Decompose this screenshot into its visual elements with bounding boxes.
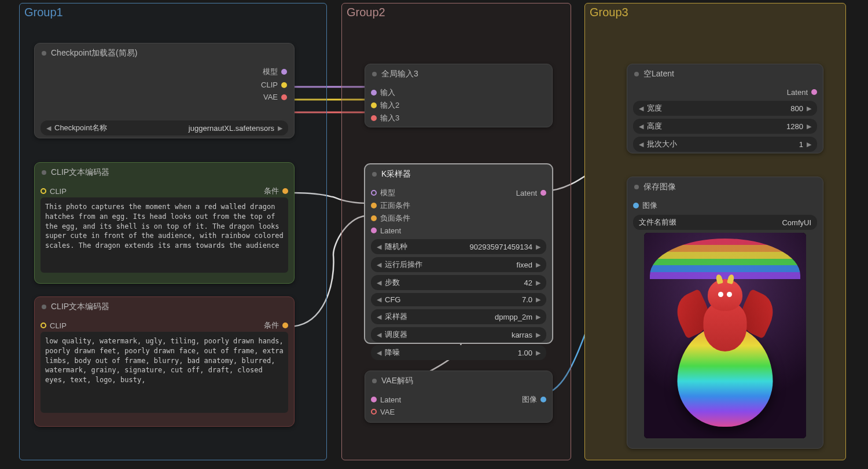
chevron-right-icon[interactable]: ▶ bbox=[278, 124, 282, 132]
widget-cfg[interactable]: ◀CFG7.0▶ bbox=[371, 293, 546, 306]
node-empty-latent[interactable]: 空Latent Latent ◀宽度800▶ ◀高度1280▶ ◀批次大小1▶ bbox=[627, 64, 823, 153]
widget-scheduler[interactable]: ◀调度器karras▶ bbox=[371, 327, 546, 342]
widget-control-after[interactable]: ◀运行后操作fixed▶ bbox=[371, 257, 546, 272]
group-2-title: Group2 bbox=[347, 6, 385, 19]
node-ksampler[interactable]: K采样器 模型 Latent 正面条件 负面条件 Latent ◀随机种9029… bbox=[365, 164, 553, 343]
port-latent-in[interactable] bbox=[371, 228, 377, 233]
port-latent-out[interactable] bbox=[540, 190, 546, 196]
group-1-title: Group1 bbox=[24, 6, 63, 19]
port-vae-in[interactable] bbox=[371, 409, 377, 415]
port-in-2[interactable] bbox=[371, 102, 377, 108]
output-vae-label: VAE bbox=[263, 93, 278, 101]
group-3-title: Group3 bbox=[590, 6, 628, 19]
node-clip-encode-negative[interactable]: CLIP文本编码器 CLIP 条件 low quality, watermark… bbox=[34, 296, 295, 427]
collapse-icon[interactable] bbox=[634, 185, 639, 189]
port-clip[interactable] bbox=[281, 82, 287, 88]
collapse-icon[interactable] bbox=[372, 172, 377, 177]
port-cond-out[interactable] bbox=[282, 188, 288, 194]
port-model[interactable] bbox=[281, 69, 287, 75]
port-latent-out[interactable] bbox=[811, 89, 817, 95]
port-in-3[interactable] bbox=[371, 115, 377, 121]
node-title: Checkpoint加载器(简易) bbox=[51, 48, 137, 58]
port-latent-in[interactable] bbox=[371, 397, 377, 402]
node-title: 空Latent bbox=[643, 69, 674, 79]
widget-height[interactable]: ◀高度1280▶ bbox=[633, 119, 817, 134]
node-checkpoint-loader[interactable]: Checkpoint加载器(简易) 模型 CLIP VAE ◀Checkpoin… bbox=[34, 43, 295, 138]
prompt-text-negative[interactable]: low quality, watermark, ugly, tiling, po… bbox=[41, 332, 288, 413]
collapse-icon[interactable] bbox=[42, 51, 46, 56]
node-title: VAE解码 bbox=[381, 376, 413, 386]
node-title: 保存图像 bbox=[643, 182, 676, 192]
port-in-1[interactable] bbox=[371, 90, 377, 96]
port-cond-out[interactable] bbox=[282, 323, 288, 328]
collapse-icon[interactable] bbox=[372, 72, 377, 76]
collapse-icon[interactable] bbox=[42, 305, 46, 309]
node-title: CLIP文本编码器 bbox=[51, 167, 109, 178]
widget-sampler[interactable]: ◀采样器dpmpp_2m▶ bbox=[371, 309, 546, 324]
node-title: K采样器 bbox=[381, 169, 411, 179]
port-clip-in[interactable] bbox=[41, 188, 46, 194]
port-vae[interactable] bbox=[281, 94, 287, 100]
port-neg-in[interactable] bbox=[371, 215, 377, 221]
output-model-label: 模型 bbox=[263, 67, 278, 77]
node-global-input[interactable]: 全局输入3 输入 输入2 输入3 bbox=[365, 64, 553, 127]
node-title: 全局输入3 bbox=[381, 69, 418, 79]
widget-denoise[interactable]: ◀降噪1.00▶ bbox=[371, 345, 546, 360]
node-clip-encode-positive[interactable]: CLIP文本编码器 CLIP 条件 This photo captures th… bbox=[34, 162, 295, 284]
collapse-icon[interactable] bbox=[42, 170, 46, 175]
chevron-left-icon[interactable]: ◀ bbox=[46, 124, 51, 132]
widget-width[interactable]: ◀宽度800▶ bbox=[633, 101, 817, 116]
widget-seed[interactable]: ◀随机种902935971459134▶ bbox=[371, 239, 546, 254]
node-vae-decode[interactable]: VAE解码 Latent 图像 VAE bbox=[365, 371, 553, 423]
node-save-image[interactable]: 保存图像 图像 文件名前缀ComfyUI bbox=[627, 177, 823, 449]
prompt-text-positive[interactable]: This photo captures the moment when a re… bbox=[41, 197, 288, 273]
widget-filename-prefix[interactable]: 文件名前缀ComfyUI bbox=[633, 215, 817, 230]
output-clip-label: CLIP bbox=[261, 80, 278, 89]
port-image-in[interactable] bbox=[633, 203, 639, 208]
preview-image bbox=[644, 233, 806, 438]
port-model-in[interactable] bbox=[371, 190, 377, 196]
node-title: CLIP文本编码器 bbox=[51, 302, 109, 312]
collapse-icon[interactable] bbox=[634, 72, 639, 76]
port-image-out[interactable] bbox=[540, 397, 546, 402]
widget-steps[interactable]: ◀步数42▶ bbox=[371, 275, 546, 290]
widget-batch[interactable]: ◀批次大小1▶ bbox=[633, 137, 817, 152]
port-pos-in[interactable] bbox=[371, 203, 377, 208]
port-clip-in[interactable] bbox=[41, 323, 46, 328]
widget-ckpt-name[interactable]: ◀Checkpoint名称 juggernautXL.safetensors▶ bbox=[41, 120, 288, 135]
collapse-icon[interactable] bbox=[372, 379, 377, 383]
